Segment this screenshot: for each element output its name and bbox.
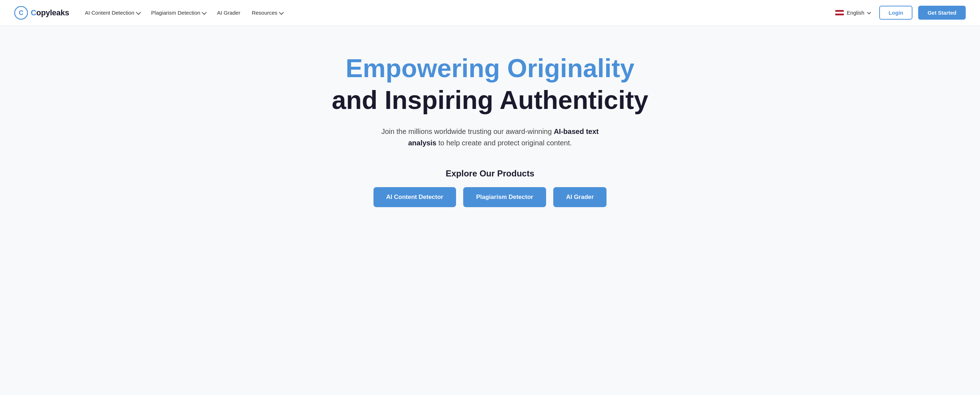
product-buttons-group: AI Content Detector Plagiarism Detector … xyxy=(374,187,607,207)
nav-item-ai-grader[interactable]: AI Grader xyxy=(213,7,245,19)
hero-subtitle-normal: Join the millions worldwide trusting our… xyxy=(381,127,554,135)
us-flag-icon xyxy=(835,10,844,16)
chevron-down-icon xyxy=(202,10,207,15)
hero-subtitle: Join the millions worldwide trusting our… xyxy=(369,126,611,149)
chevron-down-icon xyxy=(136,10,141,15)
navbar: C Copyleaks AI Content Detection Plagiar… xyxy=(0,0,980,26)
logo[interactable]: C Copyleaks xyxy=(14,6,69,20)
nav-item-plagiarism-detection-label: Plagiarism Detection xyxy=(151,10,200,16)
ai-grader-button[interactable]: AI Grader xyxy=(553,187,606,207)
copyleaks-logo-icon: C xyxy=(14,6,28,20)
nav-item-resources-label: Resources xyxy=(251,10,277,16)
hero-title-line2: and Inspiring Authenticity xyxy=(332,86,648,114)
hero-section: Empowering Originality and Inspiring Aut… xyxy=(0,26,980,228)
nav-menu: AI Content Detection Plagiarism Detectio… xyxy=(80,7,287,19)
hero-subtitle-end: to help create and protect original cont… xyxy=(436,139,572,147)
logo-text: Copyleaks xyxy=(31,8,69,17)
navbar-left: C Copyleaks AI Content Detection Plagiar… xyxy=(14,6,287,20)
nav-item-plagiarism-detection[interactable]: Plagiarism Detection xyxy=(147,7,210,19)
explore-section: Explore Our Products AI Content Detector… xyxy=(14,168,966,207)
nav-item-ai-content-detection-label: AI Content Detection xyxy=(85,10,134,16)
svg-text:C: C xyxy=(19,9,24,16)
hero-title-line1: Empowering Originality xyxy=(345,54,635,82)
explore-products-title: Explore Our Products xyxy=(446,168,534,179)
chevron-down-icon xyxy=(279,10,284,15)
get-started-button[interactable]: Get Started xyxy=(918,6,966,20)
plagiarism-detector-button[interactable]: Plagiarism Detector xyxy=(463,187,546,207)
navbar-right: English Login Get Started xyxy=(832,6,966,20)
nav-item-resources[interactable]: Resources xyxy=(247,7,287,19)
login-button[interactable]: Login xyxy=(879,6,912,20)
nav-item-ai-content-detection[interactable]: AI Content Detection xyxy=(80,7,144,19)
language-selector[interactable]: English xyxy=(832,8,873,18)
nav-item-ai-grader-label: AI Grader xyxy=(217,10,240,16)
language-label: English xyxy=(847,10,864,16)
language-chevron-icon xyxy=(867,10,871,14)
ai-content-detector-button[interactable]: AI Content Detector xyxy=(374,187,457,207)
